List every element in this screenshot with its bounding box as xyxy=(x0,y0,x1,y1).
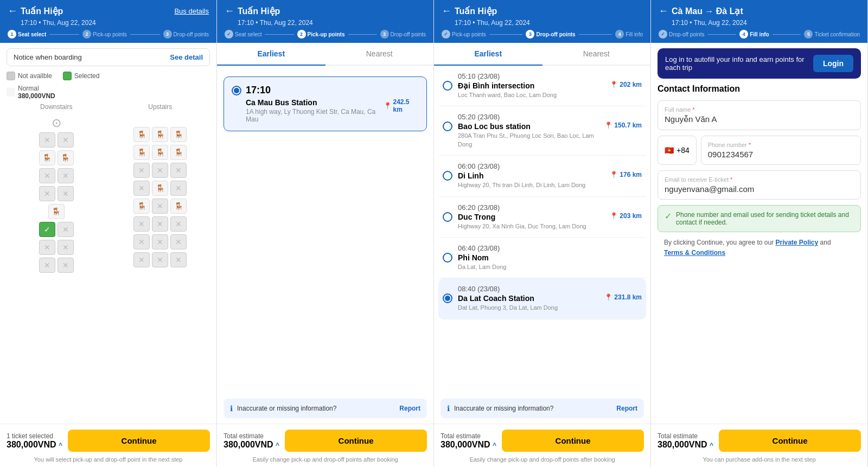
seat[interactable]: 🪑 xyxy=(39,150,55,165)
full-name-value: Nguyễn Văn A xyxy=(665,114,854,124)
seat[interactable]: 🪑 xyxy=(170,127,187,142)
dropoff-info: 06:20 (23/08) Duc Trong Highway 20, Xa N… xyxy=(458,203,604,231)
pickup-option[interactable]: 17:10 Ca Mau Bus Station 1A high way, Ly… xyxy=(224,76,427,131)
dropoff-item-selected[interactable]: 08:40 (23/08) Da Lat Coach Station Dat L… xyxy=(438,278,646,319)
dropoff-item[interactable]: 06:20 (23/08) Duc Trong Highway 20, Xa N… xyxy=(438,197,646,238)
panel4-continue-button[interactable]: Continue xyxy=(719,430,861,452)
dropoff-time: 05:20 (23/08) xyxy=(458,113,599,121)
seat[interactable]: ✕ xyxy=(170,252,187,267)
green-notice: ✓ Phone number and email used for sendin… xyxy=(658,205,861,232)
tab-earliest[interactable]: Earliest xyxy=(217,43,326,66)
tab-nearest[interactable]: Nearest xyxy=(326,43,434,66)
seat[interactable]: ✕ xyxy=(133,216,150,232)
seat[interactable]: ✕ xyxy=(39,186,55,201)
panel2-back[interactable]: ← Tuấn Hiệp xyxy=(225,5,280,17)
step1: 1 Seat select xyxy=(8,30,46,39)
seat[interactable]: ✕ xyxy=(58,132,74,148)
dropoff-info: 06:40 (23/08) Phi Nom Da Lat, Lam Dong xyxy=(458,244,636,271)
seat[interactable]: ✕ xyxy=(152,252,168,267)
seat[interactable]: 🪑 xyxy=(152,181,168,196)
p4-price-expand[interactable]: ^ xyxy=(710,442,713,449)
seat[interactable]: ✕ xyxy=(170,216,187,232)
seat[interactable]: ✕ xyxy=(39,240,55,255)
phone-field[interactable]: Phone number * 0901234567 xyxy=(701,136,861,165)
seat[interactable]: 🪑 xyxy=(58,150,74,165)
login-button[interactable]: Login xyxy=(813,55,853,72)
seat[interactable]: ✕ xyxy=(39,168,55,183)
panel2-continue-button[interactable]: Continue xyxy=(285,430,427,452)
email-field[interactable]: Email to receive E-ticket * nguyenvana@g… xyxy=(658,170,861,200)
full-name-field[interactable]: Full name * Nguyễn Văn A xyxy=(658,100,861,130)
panel2-footer: Total estimate 380,000VND ^ Continue Eas… xyxy=(217,424,433,467)
seat[interactable]: ✕ xyxy=(152,199,168,214)
terms-conditions-link[interactable]: Terms & Conditions xyxy=(664,249,725,257)
seat[interactable]: ✕ xyxy=(152,216,168,232)
ticket-price: 380,000VND ^ xyxy=(7,440,62,450)
dropoff-item[interactable]: 05:20 (23/08) Bao Loc bus station 280A T… xyxy=(438,106,646,156)
report-link[interactable]: Report xyxy=(399,405,420,412)
dropoff-report-link[interactable]: Report xyxy=(616,405,637,412)
step1-label: Seat select xyxy=(18,31,46,37)
panel2-price-summary: Total estimate 380,000VND ^ xyxy=(224,432,279,450)
seat[interactable]: 🪑 xyxy=(170,145,187,160)
dropoff-dist: 📍 176 km xyxy=(610,162,642,178)
dropoff-item[interactable]: 06:00 (23/08) Di Linh Highway 20, Thi tr… xyxy=(438,156,646,196)
seat[interactable]: 🪑 xyxy=(133,199,150,214)
p3-price-expand[interactable]: ^ xyxy=(493,442,496,449)
seat[interactable]: ✕ xyxy=(58,186,74,201)
seat-selected[interactable]: ✓ xyxy=(39,222,55,237)
seat[interactable]: ✕ xyxy=(152,163,168,178)
panel1-back[interactable]: ← Tuấn Hiệp xyxy=(8,5,63,17)
panel1-title: Tuấn Hiệp xyxy=(21,6,63,16)
private-policy-link[interactable]: Private Policy xyxy=(775,239,818,246)
panel3-back[interactable]: ← Tuấn Hiệp xyxy=(442,5,497,17)
dropoff-dist: 📍 203 km xyxy=(610,203,642,220)
p2-step3-circle: 3 xyxy=(380,30,389,39)
dropoff-info: 05:20 (23/08) Bao Loc bus station 280A T… xyxy=(458,113,599,149)
p4-step1-label: Drop-off points xyxy=(669,31,704,37)
seat[interactable]: 🪑 xyxy=(152,127,168,142)
seat[interactable]: ✕ xyxy=(39,132,55,148)
seat[interactable]: ✕ xyxy=(58,168,74,183)
seat[interactable]: 🪑 xyxy=(170,199,187,214)
p2-price-expand[interactable]: ^ xyxy=(276,442,279,449)
pin-icon: 📍 xyxy=(604,121,612,129)
seat[interactable]: ✕ xyxy=(58,222,74,237)
seat[interactable]: ✕ xyxy=(152,234,168,250)
notice-detail-link[interactable]: See detail xyxy=(170,53,203,61)
dropoff-info-bar: ℹ Inaccurate or missing information? Rep… xyxy=(441,399,644,418)
seat[interactable]: ✕ xyxy=(170,181,187,196)
dropoff-item[interactable]: 06:40 (23/08) Phi Nom Da Lat, Lam Dong xyxy=(438,238,646,278)
panel3-continue-button[interactable]: Continue xyxy=(502,430,644,452)
seat[interactable]: 🪑 xyxy=(133,127,150,142)
seat[interactable]: ✕ xyxy=(133,181,150,196)
phone-label: Phone number * xyxy=(708,142,854,148)
seat[interactable]: ✕ xyxy=(39,258,55,273)
full-name-label: Full name * xyxy=(665,106,854,113)
notice-text: Notice when boarding xyxy=(14,53,82,61)
dropoff-tab-earliest[interactable]: Earliest xyxy=(434,43,542,66)
seat[interactable]: ✕ xyxy=(58,240,74,255)
seat[interactable]: ✕ xyxy=(170,163,187,178)
bus-details-link[interactable]: Bus details xyxy=(174,7,209,15)
seat[interactable]: 🪑 xyxy=(48,204,65,219)
seat[interactable]: 🪑 xyxy=(152,145,168,160)
price-expand-icon[interactable]: ^ xyxy=(59,442,62,449)
panel1-continue-button[interactable]: Continue xyxy=(68,430,210,452)
seat[interactable]: ✕ xyxy=(133,252,150,267)
panel4-back[interactable]: ← Cà Mau → Đà Lạt xyxy=(659,5,743,17)
p3-step2-circle: 3 xyxy=(526,30,534,39)
pickup-name: Ca Mau Bus Station xyxy=(246,98,384,107)
seat[interactable]: ✕ xyxy=(58,258,74,273)
seat[interactable]: ✕ xyxy=(133,163,150,178)
panel1-header: ← Tuấn Hiệp Bus details 17:10 • Thu, Aug… xyxy=(0,0,216,43)
required-star2: * xyxy=(749,142,751,148)
p4-step3-label: Ticket confirmation xyxy=(814,31,860,37)
seat[interactable]: ✕ xyxy=(133,234,150,250)
panel3-header: ← Tuấn Hiệp 17:10 • Thu, Aug 22, 2024 ✓ … xyxy=(434,0,650,43)
seat[interactable]: 🪑 xyxy=(133,145,150,160)
phone-prefix[interactable]: 🇻🇳 +84 xyxy=(658,136,697,165)
dropoff-tab-nearest[interactable]: Nearest xyxy=(542,43,651,66)
seat[interactable]: ✕ xyxy=(170,234,187,250)
dropoff-item[interactable]: 05:10 (23/08) Đại Bình intersection Loc … xyxy=(438,66,646,106)
